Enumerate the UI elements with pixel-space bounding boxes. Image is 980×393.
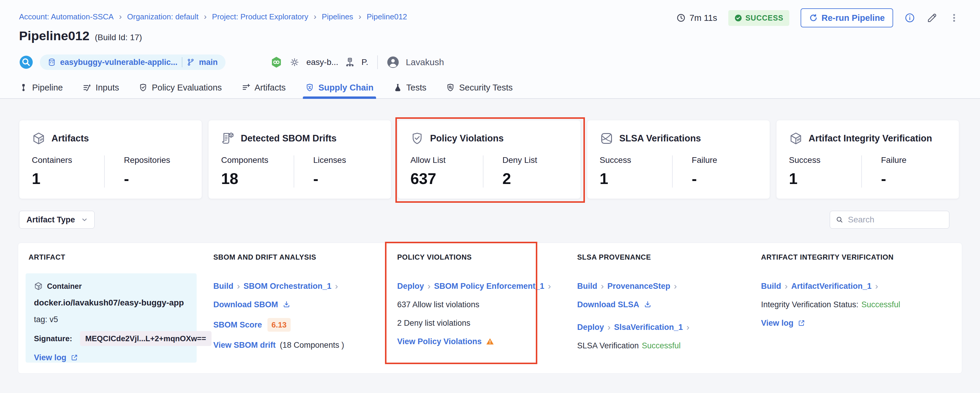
- shield-check-icon: [138, 83, 148, 92]
- breadcrumb-organization[interactable]: Organization: default: [127, 12, 199, 21]
- inputs-icon: [83, 83, 91, 92]
- stat-deny-list: Deny List 2: [483, 155, 568, 188]
- step-link[interactable]: ArtifactVerification_1: [791, 281, 872, 291]
- pipeline-icon: [19, 83, 28, 92]
- repo-branch-pill[interactable]: easybuggy-vulnerable-applic... main: [40, 54, 226, 70]
- breadcrumb-account[interactable]: Account: Automation-SSCA: [19, 12, 114, 21]
- col-artifact: ARTIFACT: [29, 253, 213, 261]
- card-title: Artifacts: [51, 133, 89, 144]
- step-link[interactable]: ProvenanceStep: [608, 281, 671, 291]
- tab-tests[interactable]: Tests: [393, 77, 426, 98]
- stat-integrity-success: Success 1: [789, 155, 861, 188]
- stage-link[interactable]: Build: [761, 281, 781, 291]
- summary-card-artifacts: Artifacts Containers 1 Repositories -: [19, 120, 202, 199]
- download-slsa-link[interactable]: Download SLSA: [577, 300, 640, 310]
- vertical-divider: [377, 55, 378, 69]
- user-name: Lavakush: [406, 57, 444, 67]
- signature-value[interactable]: MEQCICde2Vjl...L+2+mqnOXw==: [80, 331, 212, 346]
- tab-policy-evaluations[interactable]: Policy Evaluations: [138, 77, 222, 98]
- code-module-icon: [19, 55, 33, 69]
- stat-repositories: Repositories -: [104, 155, 189, 188]
- pill-divider: [182, 57, 182, 67]
- trigger-project-abbrev[interactable]: P.: [361, 58, 368, 67]
- tab-bar: Pipeline Inputs Policy Evaluations Artif…: [19, 77, 512, 98]
- top-actions: 7m 11s SUCCESS Re-run Pipeline: [676, 7, 959, 29]
- rerun-pipeline-button[interactable]: Re-run Pipeline: [800, 8, 893, 27]
- trigger-webhook-icon: [270, 56, 283, 69]
- view-sbom-drift-link[interactable]: View SBOM drift: [213, 340, 276, 350]
- step-link[interactable]: SBOM Policy Enforcement_1: [434, 281, 544, 291]
- card-title: Detected SBOM Drifts: [241, 133, 336, 144]
- tab-inputs[interactable]: Inputs: [83, 77, 119, 98]
- step-link[interactable]: SBOM Orchestration_1: [243, 281, 332, 291]
- stage-link[interactable]: Build: [213, 281, 234, 291]
- download-sbom-link[interactable]: Download SBOM: [213, 300, 278, 310]
- view-log-link[interactable]: View log: [34, 353, 66, 363]
- sbom-drift-cell: Build› SBOM Orchestration_1› Download SB…: [213, 273, 397, 363]
- search-box: [830, 211, 949, 228]
- artifacts-table: ARTIFACT SBOM AND DRIFT ANALYSIS POLICY …: [18, 243, 962, 374]
- external-link-icon: [70, 354, 78, 361]
- repo-name: easybuggy-vulnerable-applic...: [60, 58, 178, 67]
- summary-card-policy-violations: Policy Violations Allow List 637 Deny Li…: [398, 120, 581, 199]
- chevron-right-icon: ›: [204, 12, 207, 21]
- summary-card-slsa-verifications: SLSA Verifications Success 1 Failure -: [587, 120, 770, 199]
- breadcrumb: Account: Automation-SSCA › Organization:…: [19, 12, 407, 21]
- pipeline-meta-row: easybuggy-vulnerable-applic... main easy…: [19, 54, 444, 70]
- breadcrumb-pipeline012[interactable]: Pipeline012: [366, 12, 407, 21]
- sbom-score-link[interactable]: SBOM Score: [213, 320, 262, 330]
- artifact-tag: tag: v5: [34, 315, 58, 324]
- shield-search-icon: [446, 83, 455, 92]
- sbom-score-badge: 6.13: [267, 318, 291, 332]
- stage-link[interactable]: Deploy: [397, 281, 424, 291]
- breadcrumb-pipelines[interactable]: Pipelines: [322, 12, 353, 21]
- slsa-verification-status: Successful: [642, 340, 681, 351]
- card-title: Artifact Integrity Verification: [809, 133, 932, 144]
- col-policy-violations: POLICY VIOLATIONS: [397, 253, 577, 261]
- artifact-cell: Container docker.io/lavakush07/easy-bugg…: [29, 273, 213, 363]
- page: Account: Automation-SSCA › Organization:…: [0, 0, 980, 393]
- tab-pipeline[interactable]: Pipeline: [19, 77, 63, 98]
- chevron-right-icon: ›: [358, 12, 361, 21]
- step-link[interactable]: SlsaVerification_1: [614, 322, 683, 332]
- breadcrumb-project[interactable]: Project: Product Exploratory: [212, 12, 309, 21]
- stage-link[interactable]: Build: [577, 281, 597, 291]
- stage-link[interactable]: Deploy: [577, 322, 604, 332]
- stat-containers: Containers 1: [32, 155, 104, 188]
- infrastructure-icon: [345, 57, 355, 67]
- allow-list-violations: 637 Allow list violations: [397, 300, 479, 310]
- container-cube-icon: [34, 282, 43, 291]
- summary-cards-row: Artifacts Containers 1 Repositories - De…: [19, 120, 959, 199]
- clock-icon: [676, 13, 686, 22]
- slsa-icon: [600, 132, 614, 145]
- deny-list-violations: 2 Deny list violations: [397, 318, 470, 328]
- tab-security-tests[interactable]: Security Tests: [446, 77, 512, 98]
- info-icon[interactable]: [904, 13, 915, 23]
- artifact-type-label: Container: [47, 281, 82, 291]
- artifact-type-select[interactable]: Artifact Type: [19, 211, 95, 228]
- warning-triangle-icon: [486, 337, 494, 346]
- chevron-right-icon: ›: [119, 12, 122, 21]
- view-policy-violations-link[interactable]: View Policy Violations: [397, 336, 482, 347]
- supply-chain-shield-icon: [305, 83, 314, 92]
- external-link-icon: [798, 319, 805, 327]
- col-sbom-drift: SBOM AND DRIFT ANALYSIS: [213, 253, 397, 261]
- trigger-pipeline-name[interactable]: easy-b...: [306, 58, 338, 67]
- artifact-image-name: docker.io/lavakush07/easy-buggy-app: [34, 298, 184, 308]
- search-input[interactable]: [848, 215, 955, 224]
- edit-pencil-icon[interactable]: [926, 12, 938, 24]
- kebab-menu-icon[interactable]: [949, 13, 959, 23]
- slsa-verification-label: SLSA Verification: [577, 340, 639, 351]
- view-log-link[interactable]: View log: [761, 318, 794, 328]
- tab-artifacts[interactable]: Artifacts: [242, 77, 286, 98]
- stat-allow-list: Allow List 637: [410, 155, 482, 188]
- package-cube-icon: [789, 132, 803, 145]
- git-branch-icon: [186, 58, 195, 66]
- card-title: SLSA Verifications: [619, 133, 701, 144]
- check-circle-icon: [734, 14, 742, 22]
- tab-supply-chain[interactable]: Supply Chain: [305, 77, 373, 98]
- stat-licenses: Licenses -: [294, 155, 379, 188]
- refresh-icon: [809, 13, 818, 22]
- status-text: SUCCESS: [745, 14, 783, 22]
- title-row: Pipeline012 (Build Id: 17): [19, 29, 142, 43]
